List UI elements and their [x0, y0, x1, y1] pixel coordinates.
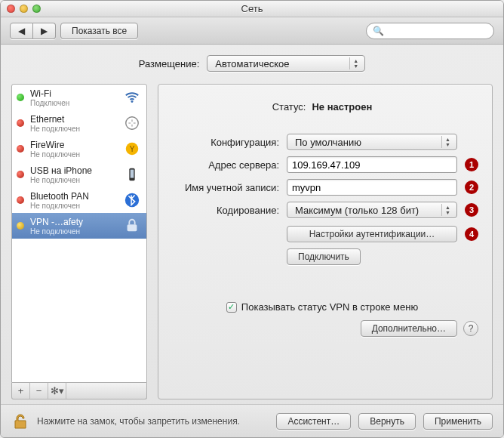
- apply-button[interactable]: Применить: [423, 413, 493, 430]
- service-status: Не подключен: [30, 176, 116, 184]
- updown-icon: ▲▼: [441, 204, 453, 216]
- service-name: Wi-Fi: [30, 88, 116, 99]
- status-dot-icon: [17, 145, 24, 153]
- search-icon: 🔍: [373, 26, 384, 36]
- status-dot-icon: [17, 94, 24, 101]
- location-row: Размещение: Автоматическое ▲▼: [1, 45, 503, 79]
- remove-service-button[interactable]: −: [30, 383, 48, 399]
- auth-settings-button[interactable]: Настройки аутентификации…: [287, 226, 457, 242]
- account-label: Имя учетной записи:: [166, 182, 279, 193]
- firewire-icon: Y: [122, 139, 142, 159]
- encryption-label: Кодирование:: [166, 205, 279, 216]
- status-value: Не настроен: [312, 101, 372, 113]
- encryption-row: Кодирование: Максимум (только 128 бит) ▲…: [166, 202, 478, 218]
- config-label: Конфигурация:: [166, 137, 279, 148]
- service-name: Ethernet: [30, 114, 116, 125]
- vpn-icon: [122, 216, 142, 236]
- status-row: Статус: Не настроен: [166, 101, 478, 113]
- status-dot-icon: [17, 171, 24, 178]
- nav-segment: ◀ ▶: [10, 23, 56, 39]
- service-item-ethernet[interactable]: EthernetНе подключен: [12, 110, 146, 136]
- service-status: Не подключен: [30, 150, 116, 159]
- service-name: FireWire: [30, 140, 116, 150]
- status-dot-icon: [17, 119, 24, 127]
- annotation-4: 4: [465, 227, 478, 241]
- encryption-value: Максимум (только 128 бит): [295, 205, 419, 216]
- service-status: Не подключен: [30, 202, 116, 210]
- config-value: По умолчанию: [295, 137, 361, 148]
- wifi-icon: [122, 88, 142, 107]
- service-item-iphone[interactable]: USB на iPhoneНе подключен: [12, 162, 146, 187]
- connect-button[interactable]: Подключить: [287, 248, 361, 265]
- forward-button[interactable]: ▶: [33, 23, 56, 39]
- assist-button[interactable]: Ассистент…: [276, 413, 351, 430]
- service-status: Подключен: [30, 99, 116, 107]
- back-button[interactable]: ◀: [10, 23, 33, 39]
- connect-row: Подключить: [287, 248, 478, 265]
- svg-rect-7: [128, 224, 137, 231]
- service-item-vpn[interactable]: VPN -…afetyНе подключен: [12, 213, 146, 239]
- forward-icon: ▶: [41, 26, 48, 36]
- search-input[interactable]: [388, 26, 487, 36]
- titlebar: Сеть: [1, 1, 503, 17]
- show-status-row: ✓ Показывать статус VPN в строке меню: [166, 301, 478, 313]
- location-value: Автоматическое: [215, 58, 289, 69]
- service-name: USB на iPhone: [30, 165, 116, 176]
- auth-row: Настройки аутентификации… 4: [287, 226, 478, 242]
- config-select[interactable]: По умолчанию ▲▼: [287, 134, 457, 150]
- status-dot-icon: [17, 222, 24, 230]
- content: Wi-FiПодключенEthernetНе подключенFireWi…: [1, 79, 503, 404]
- detail-pane: Статус: Не настроен Конфигурация: По умо…: [158, 84, 493, 399]
- service-name: VPN -…afety: [30, 217, 116, 227]
- svg-rect-5: [131, 170, 134, 178]
- updown-icon: ▲▼: [441, 136, 453, 148]
- service-status: Не подключен: [30, 227, 116, 236]
- svg-text:Y: Y: [130, 145, 135, 153]
- advanced-row: Дополнительно… ?: [166, 320, 478, 337]
- ethernet-icon: [122, 113, 142, 133]
- status-label: Статус:: [272, 101, 306, 113]
- bluetooth-icon: [122, 190, 142, 210]
- server-input[interactable]: [287, 156, 457, 173]
- add-service-button[interactable]: +: [12, 383, 30, 399]
- search-field[interactable]: 🔍: [366, 23, 494, 39]
- account-row: Имя учетной записи: 2: [166, 179, 478, 196]
- location-select[interactable]: Автоматическое ▲▼: [207, 55, 365, 72]
- annotation-3: 3: [465, 203, 478, 217]
- toolbar: ◀ ▶ Показать все 🔍: [1, 17, 503, 45]
- prefs-window: Сеть ◀ ▶ Показать все 🔍 Размещение: Авто…: [0, 0, 504, 438]
- server-label: Адрес сервера:: [166, 159, 279, 171]
- service-name: Bluetooth PAN: [30, 191, 116, 202]
- annotation-1: 1: [465, 158, 478, 171]
- service-item-firewire[interactable]: FireWireНе подключенY: [12, 136, 146, 162]
- help-button[interactable]: ?: [463, 321, 478, 336]
- sidebar: Wi-FiПодключенEthernetНе подключенFireWi…: [11, 84, 147, 399]
- config-row: Конфигурация: По умолчанию ▲▼: [166, 134, 478, 150]
- svg-point-1: [126, 117, 139, 130]
- account-input[interactable]: [287, 179, 457, 196]
- show-all-button[interactable]: Показать все: [60, 23, 138, 39]
- advanced-button[interactable]: Дополнительно…: [361, 320, 457, 337]
- service-actions-button[interactable]: ✻▾: [48, 383, 66, 399]
- annotation-2: 2: [465, 180, 478, 194]
- server-row: Адрес сервера: 1: [166, 156, 478, 173]
- window-title: Сеть: [1, 3, 503, 14]
- lock-hint: Нажмите на замок, чтобы запретить измене…: [37, 416, 269, 427]
- back-icon: ◀: [18, 26, 25, 36]
- service-list: Wi-FiПодключенEthernetНе подключенFireWi…: [11, 84, 147, 383]
- location-label: Размещение:: [139, 58, 200, 69]
- service-item-bluetooth[interactable]: Bluetooth PANНе подключен: [12, 187, 146, 213]
- show-status-label: Показывать статус VPN в строке меню: [241, 301, 418, 313]
- updown-icon: ▲▼: [349, 57, 361, 69]
- encryption-select[interactable]: Максимум (только 128 бит) ▲▼: [287, 202, 457, 218]
- list-toolbar: + − ✻▾: [11, 383, 147, 399]
- footer: Нажмите на замок, чтобы запретить измене…: [1, 404, 503, 437]
- lock-icon[interactable]: [11, 412, 29, 430]
- revert-button[interactable]: Вернуть: [358, 413, 416, 430]
- service-item-wifi[interactable]: Wi-FiПодключен: [12, 85, 146, 110]
- svg-point-0: [131, 100, 134, 103]
- status-dot-icon: [17, 196, 24, 204]
- iphone-icon: [122, 165, 142, 184]
- service-status: Не подключен: [30, 125, 116, 133]
- show-status-checkbox[interactable]: ✓: [226, 302, 237, 313]
